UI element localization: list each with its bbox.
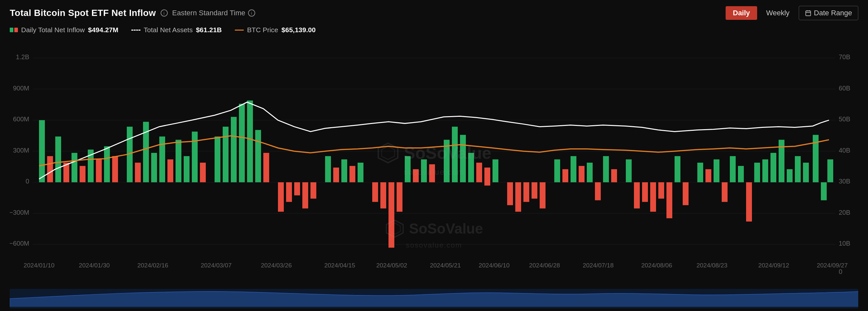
calendar-icon bbox=[805, 10, 811, 16]
svg-text:−600M: −600M bbox=[10, 240, 29, 247]
svg-rect-30 bbox=[71, 153, 78, 182]
svg-rect-39 bbox=[151, 153, 157, 182]
svg-text:2024/04/15: 2024/04/15 bbox=[324, 262, 355, 269]
legend-item-btcprice: BTC Price $65,139.00 bbox=[235, 26, 316, 34]
legend-row: Daily Total Net Inflow $494.27M Total Ne… bbox=[10, 26, 858, 34]
svg-rect-40 bbox=[159, 137, 165, 182]
svg-rect-28 bbox=[55, 137, 61, 182]
svg-text:30B: 30B bbox=[839, 178, 850, 185]
svg-rect-78 bbox=[507, 182, 513, 205]
svg-text:2024/05/02: 2024/05/02 bbox=[376, 262, 407, 269]
svg-rect-42 bbox=[176, 140, 181, 182]
legend-label-inflow: Daily Total Net Inflow bbox=[21, 26, 85, 34]
svg-rect-86 bbox=[579, 166, 585, 182]
svg-rect-75 bbox=[476, 163, 482, 182]
svg-rect-70 bbox=[429, 164, 435, 182]
chart-area: 1.2B 900M 600M 300M 0 −300M −600M 70B 60… bbox=[10, 38, 858, 308]
svg-text:1.2B: 1.2B bbox=[16, 53, 29, 60]
svg-rect-60 bbox=[341, 160, 347, 182]
legend-item-inflow: Daily Total Net Inflow $494.27M bbox=[10, 26, 118, 34]
weekly-button[interactable]: Weekly bbox=[759, 6, 797, 20]
svg-rect-111 bbox=[795, 156, 801, 182]
svg-text:2024/03/26: 2024/03/26 bbox=[261, 262, 291, 269]
svg-text:2024/01/30: 2024/01/30 bbox=[79, 262, 110, 269]
svg-text:2024/08/06: 2024/08/06 bbox=[641, 262, 672, 269]
svg-text:2024/09/27: 2024/09/27 bbox=[817, 262, 847, 269]
svg-rect-100 bbox=[706, 169, 711, 182]
svg-rect-34 bbox=[104, 146, 110, 182]
svg-text:2024/05/21: 2024/05/21 bbox=[430, 262, 461, 269]
svg-rect-61 bbox=[349, 166, 355, 182]
svg-rect-99 bbox=[697, 163, 703, 182]
svg-rect-109 bbox=[779, 140, 784, 182]
svg-rect-85 bbox=[570, 156, 577, 182]
svg-rect-68 bbox=[413, 169, 419, 182]
svg-text:2024/06/10: 2024/06/10 bbox=[478, 262, 509, 269]
svg-rect-54 bbox=[286, 182, 292, 202]
date-range-button[interactable]: Date Range bbox=[799, 6, 858, 20]
svg-text:20B: 20B bbox=[839, 209, 850, 216]
legend-label-assets: Total Net Assets bbox=[144, 26, 193, 34]
svg-rect-114 bbox=[821, 182, 827, 200]
navigator-svg bbox=[10, 289, 858, 308]
svg-rect-52 bbox=[263, 153, 269, 182]
chart-svg-container: 1.2B 900M 600M 300M 0 −300M −600M 70B 60… bbox=[10, 38, 858, 287]
svg-rect-64 bbox=[380, 182, 386, 208]
svg-text:−300M: −300M bbox=[10, 209, 29, 216]
svg-rect-91 bbox=[626, 160, 632, 182]
svg-rect-35 bbox=[112, 156, 118, 182]
svg-text:0: 0 bbox=[26, 178, 29, 185]
svg-rect-53 bbox=[278, 182, 284, 211]
svg-text:10B: 10B bbox=[839, 240, 850, 247]
daily-button[interactable]: Daily bbox=[725, 6, 757, 20]
svg-rect-80 bbox=[523, 182, 529, 202]
svg-text:2024/03/07: 2024/03/07 bbox=[200, 262, 231, 269]
svg-rect-104 bbox=[738, 166, 744, 182]
svg-rect-45 bbox=[200, 163, 206, 182]
svg-rect-74 bbox=[468, 153, 474, 182]
svg-rect-90 bbox=[611, 169, 617, 182]
svg-text:2024/07/18: 2024/07/18 bbox=[583, 262, 614, 269]
main-chart-svg: 1.2B 900M 600M 300M 0 −300M −600M 70B 60… bbox=[10, 38, 858, 287]
title-info-icon[interactable]: i bbox=[161, 9, 168, 17]
svg-rect-57 bbox=[310, 182, 316, 198]
controls-row: Daily Weekly Date Range bbox=[725, 6, 858, 20]
svg-text:600M: 600M bbox=[13, 115, 29, 123]
svg-text:50B: 50B bbox=[839, 115, 850, 123]
chart-navigator[interactable] bbox=[10, 289, 858, 308]
svg-rect-103 bbox=[730, 156, 736, 182]
timezone-info-icon[interactable]: i bbox=[248, 9, 255, 17]
svg-rect-46 bbox=[215, 137, 220, 182]
svg-rect-97 bbox=[675, 156, 680, 182]
svg-rect-72 bbox=[452, 126, 458, 182]
svg-rect-94 bbox=[650, 182, 656, 211]
legend-item-assets: Total Net Assets $61.21B bbox=[131, 26, 222, 34]
svg-rect-59 bbox=[333, 168, 339, 182]
svg-rect-76 bbox=[485, 168, 490, 186]
svg-rect-88 bbox=[595, 182, 601, 200]
svg-rect-44 bbox=[192, 132, 198, 182]
svg-rect-96 bbox=[666, 182, 672, 218]
legend-value-btc: $65,139.00 bbox=[282, 26, 316, 34]
svg-text:2024/09/12: 2024/09/12 bbox=[758, 262, 789, 269]
svg-rect-106 bbox=[754, 163, 760, 182]
svg-rect-33 bbox=[96, 160, 102, 182]
svg-rect-69 bbox=[421, 160, 427, 182]
svg-rect-56 bbox=[302, 182, 308, 208]
svg-rect-27 bbox=[47, 156, 53, 182]
svg-text:60B: 60B bbox=[839, 85, 850, 92]
svg-rect-66 bbox=[397, 182, 402, 211]
white-dashed-swatch bbox=[131, 30, 141, 31]
svg-text:900M: 900M bbox=[13, 85, 29, 92]
svg-rect-37 bbox=[135, 163, 141, 182]
green-swatch-left bbox=[10, 28, 13, 32]
svg-text:2024/06/28: 2024/06/28 bbox=[529, 262, 560, 269]
svg-rect-108 bbox=[771, 153, 776, 182]
svg-rect-87 bbox=[587, 163, 593, 182]
svg-rect-102 bbox=[722, 182, 727, 202]
svg-rect-49 bbox=[239, 104, 245, 182]
svg-rect-55 bbox=[294, 182, 300, 195]
svg-rect-41 bbox=[167, 160, 173, 182]
svg-text:2024/01/10: 2024/01/10 bbox=[23, 262, 54, 269]
red-swatch-right bbox=[14, 28, 18, 32]
